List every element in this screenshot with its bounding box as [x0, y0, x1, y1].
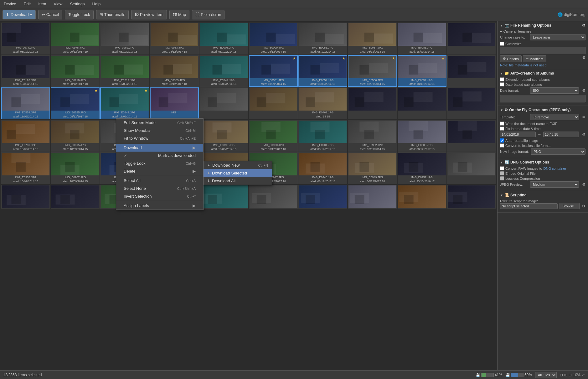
list-item[interactable]: IMG_E0008.JPGated: 08/12/2014 15	[199, 23, 248, 55]
download-button[interactable]: ⬇ Download ▾	[3, 10, 36, 19]
list-item[interactable]: IMG_E0895.JPGated: 18/09/2014 15	[199, 120, 248, 152]
ctx-select-none[interactable]: Select None Ctrl+Shift+A	[116, 184, 203, 192]
list-item[interactable]: IMG_E0907.JPGated: 18/09/2014 15	[51, 152, 100, 184]
date-based-row[interactable]: Date-based sub-albums	[500, 82, 585, 86]
list-item[interactable]: IMG_E0551.JPGated: 18/09/2014 15	[249, 55, 298, 87]
list-item[interactable]	[447, 185, 496, 209]
ctx-toggle-lock[interactable]: Toggle Lock Ctrl+G	[116, 159, 203, 167]
menu-item[interactable]: Item	[37, 1, 47, 7]
list-item[interactable]	[199, 87, 248, 119]
list-item[interactable]: IMG_E0219.JPGated: 18/09/2014 15	[100, 55, 149, 87]
list-item[interactable]: IMG_E0595.JPGated: 08/12/2017 18	[51, 87, 100, 119]
auto-rotate-row[interactable]: Auto-rotate/flip image	[500, 138, 585, 143]
list-item[interactable]: IMG_E0903.JPGated: 08/12/2017 18	[398, 120, 446, 152]
ctx-fullscreen[interactable]: Full Screen Mode Ctrl+Shift+F	[116, 119, 203, 127]
extension-based-row[interactable]: Extension-based sub-albums	[500, 77, 585, 81]
list-item[interactable]: IMG_E0949.JPGated: 08/12/2017 18	[348, 152, 397, 184]
list-item[interactable]: IMG_E0781.JPGated: 18/09/2014 15	[1, 120, 50, 152]
list-item[interactable]: IMG_E0901.JPGated: 08/12/2017 18	[298, 120, 347, 152]
ctx-fit-window[interactable]: Fit to Window Ctrl+Alt+E	[116, 134, 203, 142]
ctx-assign-labels[interactable]: Assign Labels ▶	[116, 202, 203, 210]
convert-lossless-row[interactable]: Convert to lossless file format	[500, 143, 585, 148]
fix-internal-date-checkbox[interactable]	[500, 127, 504, 131]
zoom-in-icon[interactable]: ⊞	[564, 373, 567, 377]
toggle-lock-button[interactable]: Toggle Lock	[65, 10, 93, 19]
list-item[interactable]: IMG_E0948.JPGated: 08/12/2017 18	[298, 152, 347, 184]
list-item[interactable]: IMG_0978.JPGated: 29/12/2017 19	[51, 23, 100, 55]
customize-checkbox[interactable]	[500, 42, 504, 46]
submenu-download-all[interactable]: ⬇ Download All	[204, 177, 272, 185]
scripting-header[interactable]: ▼ 📜 Scripting	[500, 193, 585, 197]
list-item[interactable]: IMG_	[150, 87, 199, 119]
list-item[interactable]: IMG_E0559.JPGated: 18/09/2014 15	[1, 87, 50, 119]
filter-select[interactable]: All Files	[535, 372, 557, 378]
list-item[interactable]	[447, 23, 496, 55]
change-case-select[interactable]: Leave as-is	[530, 34, 585, 40]
embed-original-row[interactable]: Embed Original File	[500, 171, 585, 175]
ctx-delete[interactable]: Delete ▶	[116, 167, 203, 175]
script-input[interactable]	[500, 203, 558, 209]
lossless-compression-checkbox[interactable]	[500, 176, 504, 180]
ctx-show-menubar[interactable]: Show Menubar Ctrl+M	[116, 127, 203, 134]
convert-raw-checkbox[interactable]	[500, 166, 504, 170]
auto-creation-header[interactable]: ▼ 📁 Auto-creation of Albums	[500, 71, 585, 75]
lossless-compression-row[interactable]: Lossless Compression	[500, 176, 585, 180]
zoom-out-icon[interactable]: ⊟	[560, 373, 563, 377]
list-item[interactable]: IMG_E0556.JPGated: 18/09/2014 15	[348, 55, 397, 87]
menu-edit[interactable]: Edit	[23, 1, 32, 7]
convert-lossless-checkbox[interactable]	[500, 143, 504, 148]
zoom-fit-icon[interactable]: ⊡	[569, 373, 572, 377]
date-input[interactable]	[500, 132, 536, 137]
list-item[interactable]: IMG_E0815.JPGated: 18/09/2014 15	[51, 120, 100, 152]
menu-settings[interactable]: Settings	[69, 1, 86, 7]
map-button[interactable]: 🗺 Map	[169, 10, 189, 19]
extension-based-checkbox[interactable]	[500, 77, 504, 81]
write-doc-name-row[interactable]: Write the document name to EXIF	[500, 122, 585, 126]
list-item[interactable]	[51, 185, 100, 209]
dng-container-link[interactable]: DNG container	[544, 167, 566, 170]
thumbnails-button[interactable]: ⊞ Thumbnails	[96, 10, 129, 19]
browse-button[interactable]: Browse...	[560, 203, 580, 209]
list-item[interactable]: IMG_0983.JPGated: 08/12/2017 18	[150, 23, 199, 55]
menu-device[interactable]: Device	[3, 1, 18, 7]
date-format-select[interactable]: ISO	[530, 87, 579, 94]
template-select[interactable]: To remove	[530, 114, 579, 120]
auto-rotate-checkbox[interactable]	[500, 138, 504, 143]
jpeg-preview-select[interactable]: Medium	[530, 181, 579, 188]
list-item[interactable]: IMG_E0126.JPGated: 18/09/2014 15	[1, 55, 50, 87]
ctx-invert-selection[interactable]: Invert Selection Ctrl+*	[116, 192, 203, 200]
template-edit-icon[interactable]: ✏	[582, 115, 585, 119]
list-item[interactable]: IMG_E0554.JPGated: 18/09/2014 15	[298, 55, 347, 87]
new-image-format-select[interactable]: PNG	[531, 148, 585, 155]
write-doc-name-checkbox[interactable]	[500, 122, 504, 126]
list-item[interactable]	[1, 185, 50, 209]
list-item[interactable]	[348, 87, 397, 119]
list-item[interactable]	[447, 55, 496, 87]
list-item[interactable]	[298, 185, 347, 209]
file-renaming-header[interactable]: ▼ 📷 File Renaming Options ⚙	[500, 23, 585, 28]
thumbnail-area[interactable]: IMG_0974.JPGated: 08/12/2017 18IMG_0978.…	[0, 21, 497, 370]
on-the-fly-header[interactable]: ▼ ⚙ On the Fly Operations (JPEG only)	[500, 108, 585, 112]
modifiers-button[interactable]: ✏ Modifiers	[523, 55, 546, 62]
list-item[interactable]: IMG_E0544.JPGated: 18/09/2014 15	[199, 55, 248, 87]
list-item[interactable]: IMG_E0009.JPGated: 08/12/2014 15	[249, 23, 298, 55]
list-item[interactable]: IMG_E0769.JPGated: 14 15	[298, 87, 347, 119]
fix-internal-date-row[interactable]: Fix internal date & time	[500, 127, 585, 131]
list-item[interactable]	[398, 87, 446, 119]
list-item[interactable]: IMG_E0642.JPGated: 18/09/2014 15	[100, 87, 149, 119]
ctx-mark-downloaded[interactable]: ✓ Mark as downloaded	[116, 152, 203, 159]
embed-original-checkbox[interactable]	[500, 171, 504, 175]
list-item[interactable]: IMG_E0083.JPGated: 18/09/2014 15	[398, 23, 446, 55]
list-item[interactable]: IMG_E0057.JPGated: 08/12/2014 15	[348, 23, 397, 55]
submenu-download-selected[interactable]: ⬇ Download Selected	[204, 169, 272, 177]
time-input[interactable]	[543, 132, 579, 137]
list-item[interactable]	[447, 152, 496, 184]
customize-row[interactable]: Customize	[500, 42, 585, 46]
convert-raw-row[interactable]: Convert RAW images to DNG container	[500, 166, 585, 170]
list-item[interactable]: IMG_E0900.JPGated: 08/12/2017 18	[249, 120, 298, 152]
list-item[interactable]	[447, 87, 496, 119]
list-item[interactable]: IMG_E0335.JPGated: 08/12/2017 18	[150, 55, 199, 87]
list-item[interactable]: IMG_E0902.JPGated: 18/09/2014 15	[348, 120, 397, 152]
list-item[interactable]: IMG_E0957.JPGated: 23/10/2016 17	[398, 152, 446, 184]
preview-item-button[interactable]: 🖼 Preview Item	[131, 10, 167, 19]
